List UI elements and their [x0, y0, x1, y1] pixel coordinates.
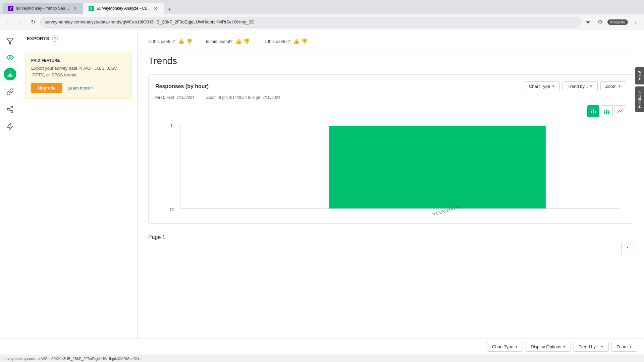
bottom-chart-type-chevron: ▼ [515, 345, 518, 349]
sidebar-filter-icon[interactable] [3, 34, 17, 49]
sidebar-link-icon[interactable] [3, 84, 17, 99]
chart-title: Responses (by hour) [155, 83, 209, 89]
feedback-item-1: Is this useful? 👍 👎 [148, 38, 193, 45]
trend-by-chevron: ▼ [589, 84, 593, 88]
tab-yahoo[interactable]: Y surveymonkey - Yahoo Search ✕ [3, 3, 83, 14]
feedback-item-2: Is this useful? 👍 👎 [206, 38, 250, 45]
bar-chart-type-button[interactable] [587, 105, 599, 117]
thumbs-down-2[interactable]: 👎 [243, 38, 250, 45]
svg-text:0: 0 [169, 207, 174, 212]
bottom-trend-by-button[interactable]: Trend by... ▼ [574, 342, 609, 352]
svg-point-4 [7, 108, 9, 110]
thumbs-down-3[interactable]: 👎 [301, 38, 308, 45]
svg-rect-10 [593, 109, 594, 113]
panel-title: EXPORTS [27, 36, 49, 41]
line-chart-type-button[interactable] [614, 105, 626, 117]
stacked-bar-type-button[interactable] [601, 105, 613, 117]
exports-panel: EXPORTS ? PAID FEATURE Export your surve… [20, 30, 138, 362]
tab-yahoo-label: surveymonkey - Yahoo Search [16, 6, 70, 11]
chart-header: Responses (by hour) Chart Type ▼ Trend b… [155, 81, 626, 91]
chart-controls: Chart Type ▼ Trend by... ▼ Zoom ▼ [524, 81, 626, 91]
svg-line-6 [9, 110, 11, 111]
tab-sm-close[interactable]: ✕ [153, 5, 158, 12]
bottom-chart-type-button[interactable]: Chart Type ▼ [487, 342, 523, 352]
upgrade-button[interactable]: Upgrade [31, 83, 62, 93]
incognito-badge: Incognito [607, 19, 628, 25]
svg-rect-15 [606, 109, 607, 111]
chart-type-chevron: ▼ [551, 84, 555, 88]
feedback-tab[interactable]: Feedback [635, 86, 644, 112]
svg-marker-8 [7, 124, 13, 130]
scroll-up-button[interactable]: ⌃ [621, 243, 633, 255]
tab-sm-label: SurveyMonkey Analyze - Client... [97, 6, 150, 11]
tab-yahoo-close[interactable]: ✕ [72, 5, 78, 12]
thumbs-up-3[interactable]: 👍 [293, 38, 300, 45]
main-layout: EXPORTS ? PAID FEATURE Export your surve… [0, 30, 644, 362]
zoom-button[interactable]: Zoom ▼ [600, 81, 626, 91]
bottom-zoom-button[interactable]: Zoom ▼ [611, 342, 637, 352]
feedback-text-2: Is this useful? [206, 39, 233, 44]
sidebar-eye-icon[interactable] [3, 50, 17, 65]
panel-header: EXPORTS ? [20, 30, 137, 47]
chart-area: 1 0 8 pm 2/15/2024 [155, 121, 626, 217]
page-section: Page 1 [148, 234, 633, 240]
yahoo-favicon: Y [8, 6, 13, 11]
chart-zoom-label: Zoom: 9 pm 2/14/2024 to 8 pm 2/15/2024 [206, 95, 280, 100]
reload-button[interactable]: ↻ [28, 17, 38, 27]
svg-rect-11 [595, 111, 596, 113]
paid-feature-box: PAID FEATURE Export your survey data in … [25, 53, 132, 99]
bottom-trend-by-chevron: ▼ [600, 345, 604, 349]
svg-rect-16 [608, 112, 609, 114]
tab-surveymonkey[interactable]: S SurveyMonkey Analyze - Client... ✕ [83, 3, 164, 14]
paid-feature-label: PAID FEATURE [31, 58, 126, 62]
feedback-item-3: Is this useful? 👍 👎 [263, 38, 308, 45]
bookmark-icon[interactable]: ★ [583, 17, 593, 27]
paid-feature-desc: Export your survey data in .PDF, .XLS, .… [31, 65, 126, 78]
chart-type-icons [155, 105, 626, 117]
thumbs-up-1[interactable]: 👍 [178, 38, 184, 45]
svg-rect-14 [606, 111, 607, 114]
trend-by-button[interactable]: Trend by... ▼ [562, 81, 598, 91]
feedback-text-3: Is this useful? [263, 39, 290, 44]
svg-rect-2 [7, 75, 12, 76]
chart-subtitle: First: First: 2/15/2024 Zoom: 9 pm 2/14/… [155, 95, 626, 100]
feedback-icons-3: 👍 👎 [293, 38, 308, 45]
thumbs-down-1[interactable]: 👎 [186, 38, 193, 45]
sidebar-share-icon[interactable] [3, 102, 17, 117]
chart-type-button[interactable]: Chart Type ▼ [524, 81, 560, 91]
sidebar-bolt-icon[interactable] [3, 119, 17, 134]
svg-rect-17 [608, 110, 609, 112]
svg-rect-13 [604, 110, 605, 112]
forward-button[interactable]: → [16, 17, 25, 27]
thumbs-up-2[interactable]: 👍 [235, 38, 242, 45]
back-button[interactable]: ← [4, 17, 13, 27]
learn-more-link[interactable]: Learn more » [68, 85, 94, 90]
sm-favicon: S [89, 6, 94, 11]
tab-bar: Y surveymonkey - Yahoo Search ✕ S Survey… [0, 0, 644, 14]
feedback-icons-1: 👍 👎 [178, 38, 193, 45]
svg-point-1 [9, 57, 11, 59]
address-bar[interactable]: surveymonkey.com/analyze/data-trends/qWC… [40, 17, 581, 27]
browser-chrome: Y surveymonkey - Yahoo Search ✕ S Survey… [0, 0, 644, 30]
svg-point-5 [11, 111, 13, 113]
bottom-display-options-button[interactable]: Display Options ▼ [526, 342, 571, 352]
new-tab-button[interactable]: + [165, 5, 174, 14]
bottom-display-options-chevron: ▼ [562, 345, 566, 349]
feedback-icons-2: 👍 👎 [235, 38, 250, 45]
page-label: Page 1 [148, 234, 633, 240]
right-sidebar: Help! Feedback [635, 67, 644, 112]
panel-help-icon[interactable]: ? [52, 36, 58, 42]
menu-icon[interactable]: ⋮ [631, 17, 640, 27]
zoom-chevron: ▼ [618, 84, 621, 88]
feedback-bar: Is this useful? 👍 👎 Is this useful? 👍 👎 … [148, 38, 633, 49]
sidebar-download-icon[interactable] [4, 68, 16, 80]
trends-title: Trends [148, 56, 633, 66]
left-sidebar [0, 30, 20, 362]
svg-rect-12 [604, 112, 605, 114]
bottom-toolbar: Chart Type ▼ Display Options ▼ Trend by.… [0, 339, 644, 355]
status-bar: surveymonkey.com/.../qWCeo19KXH3HB_2BkP_… [0, 355, 644, 362]
profile-icon[interactable]: ⚙ [595, 17, 605, 27]
nav-bar: ← → ↻ surveymonkey.com/analyze/data-tren… [0, 14, 644, 30]
svg-line-7 [9, 108, 11, 109]
help-tab[interactable]: Help! [635, 67, 644, 84]
